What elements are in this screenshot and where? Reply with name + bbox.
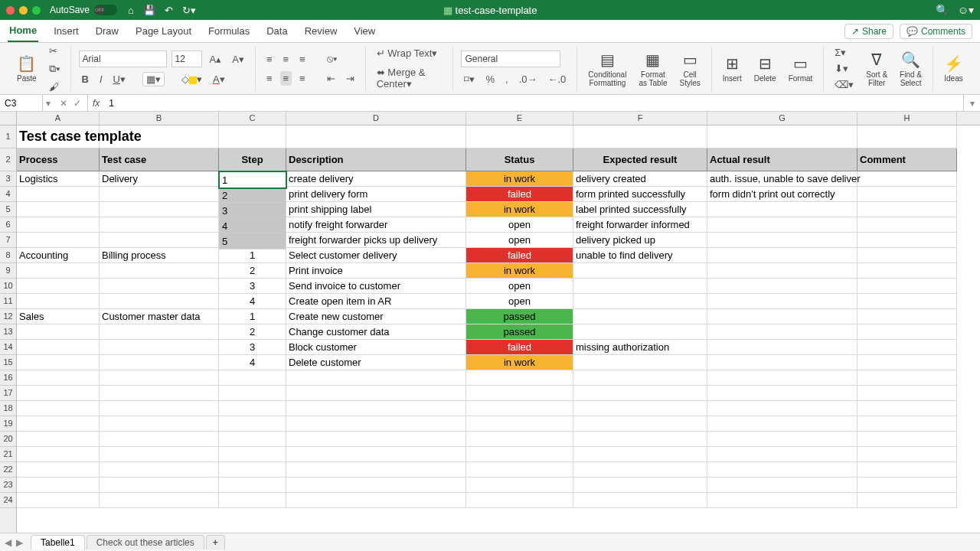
cell[interactable] [707,126,858,148]
cell[interactable]: 4 [219,355,286,370]
cell[interactable]: Accounting [17,248,100,263]
cell[interactable] [219,432,286,447]
row-header[interactable]: 24 [0,493,16,508]
cell[interactable]: 3 [219,202,286,219]
cell[interactable] [100,478,219,493]
row-header[interactable]: 1 [0,126,16,148]
cell[interactable]: 1 [219,309,286,324]
align-left-icon[interactable]: ≡ [263,71,276,86]
cell[interactable]: passed [466,324,573,340]
row-header[interactable]: 20 [0,432,16,447]
cut-icon[interactable]: ✂ [46,44,63,58]
cell[interactable] [17,355,100,370]
row-header[interactable]: 5 [0,202,16,217]
decrease-font-icon[interactable]: A▾ [229,52,247,67]
cell[interactable] [17,279,100,294]
cell[interactable] [858,386,957,401]
row-header[interactable]: 10 [0,279,16,294]
cell[interactable]: open [466,217,573,233]
cell[interactable] [219,493,286,508]
cell[interactable]: failed [466,187,573,202]
cell[interactable]: 2 [219,263,286,279]
account-icon[interactable]: ☺▾ [958,4,974,16]
cell[interactable] [573,126,707,148]
row-header[interactable]: 16 [0,370,16,386]
cell[interactable]: Expected result [573,148,707,171]
col-header-C[interactable]: C [219,112,286,125]
cell[interactable] [17,386,100,401]
name-box-dropdown-icon[interactable]: ▾ [43,98,54,109]
maximize-window-icon[interactable] [32,6,41,15]
cell[interactable] [17,217,100,233]
cell[interactable] [17,493,100,508]
home-icon[interactable]: ⌂ [128,5,134,16]
cell[interactable] [858,248,957,263]
cell[interactable]: missing authorization [573,340,707,355]
col-header-F[interactable]: F [573,112,707,125]
cell[interactable] [100,432,219,447]
cell[interactable] [858,355,957,370]
cell[interactable] [286,401,466,416]
cell[interactable] [858,340,957,355]
cell[interactable] [286,462,466,478]
format-cells-button[interactable]: ▭Format [786,53,816,84]
cell[interactable] [466,370,573,386]
autosum-icon[interactable]: Σ▾ [831,45,857,60]
borders-button[interactable]: ▦▾ [142,72,165,86]
find-select-button[interactable]: 🔍Find & Select [897,49,925,89]
select-all-corner[interactable] [0,112,16,126]
cell[interactable] [707,386,858,401]
insert-cells-button[interactable]: ⊞Insert [720,53,745,84]
increase-indent-icon[interactable]: ⇥ [343,71,358,86]
cell[interactable]: Block customer [286,340,466,355]
cell[interactable] [858,294,957,309]
cell[interactable] [219,462,286,478]
cell[interactable] [573,309,707,324]
cell[interactable] [858,263,957,279]
cell[interactable] [17,432,100,447]
cell[interactable] [573,432,707,447]
cell[interactable] [707,462,858,478]
cell[interactable]: in work [466,355,573,370]
cell[interactable]: 1 [219,248,286,263]
cell[interactable] [858,432,957,447]
cell[interactable] [573,294,707,309]
font-select[interactable]: Arial [79,51,167,67]
cell[interactable] [858,171,957,187]
conditional-formatting-button[interactable]: ▤Conditional Formatting [585,49,629,89]
cell[interactable] [466,447,573,462]
cell[interactable]: Sales [17,309,100,324]
cell[interactable] [707,233,858,248]
tab-insert[interactable]: Insert [52,21,80,41]
cell[interactable] [100,324,219,340]
align-middle-icon[interactable]: ≡ [280,52,292,67]
currency-icon[interactable]: ⌑▾ [461,72,478,86]
cell[interactable] [573,493,707,508]
cell[interactable] [573,447,707,462]
sheet-tab-other[interactable]: Check out these articles [87,535,204,549]
cell[interactable] [100,447,219,462]
cell[interactable]: Select customer delivery [286,248,466,263]
cell[interactable] [100,340,219,355]
row-header[interactable]: 7 [0,233,16,248]
cell[interactable] [466,416,573,432]
cell[interactable]: Delivery [100,171,219,187]
row-header[interactable]: 6 [0,217,16,233]
cell[interactable]: open [466,294,573,309]
cell[interactable]: Process [17,148,100,171]
cell[interactable] [219,126,286,148]
cell[interactable] [858,324,957,340]
formula-input[interactable]: 1 [104,98,963,109]
cell[interactable]: Step [219,148,286,171]
cell[interactable] [100,294,219,309]
number-format-select[interactable]: General [461,51,560,67]
cell[interactable] [286,126,466,148]
col-header-E[interactable]: E [466,112,573,125]
cell[interactable] [858,416,957,432]
underline-button[interactable]: U▾ [110,72,129,86]
tab-home[interactable]: Home [8,20,38,42]
row-header[interactable]: 19 [0,416,16,432]
row-header[interactable]: 3 [0,171,16,187]
comma-icon[interactable]: , [502,72,511,86]
cell[interactable] [100,370,219,386]
